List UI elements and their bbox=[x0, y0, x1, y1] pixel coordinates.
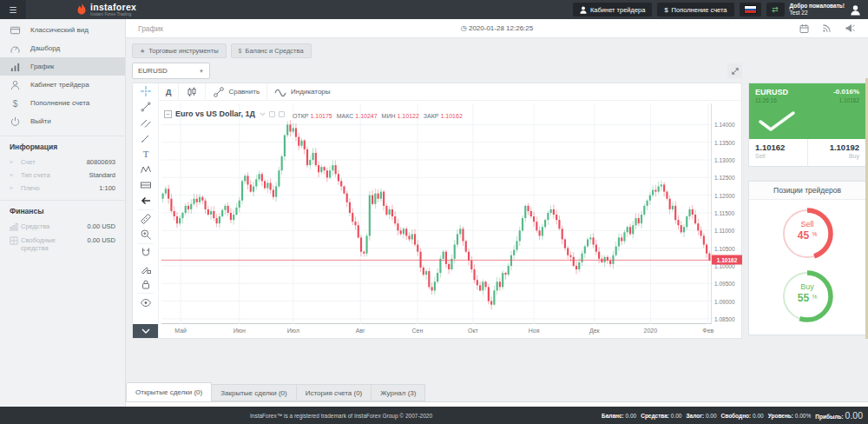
time-tick-label: Дек bbox=[589, 328, 600, 334]
exchange-button[interactable]: ⇄ bbox=[766, 3, 785, 17]
time-tick-label: Авг bbox=[356, 328, 365, 334]
time-tick-label: 2020 bbox=[644, 328, 658, 334]
main-topbar: График ◷ 2020-01-28 12:26:25 bbox=[126, 19, 868, 38]
copyright-text: InstaForex™ is a registered trademark of… bbox=[250, 413, 432, 419]
chevron-down-icon: ▼ bbox=[199, 69, 204, 74]
arrow-tool-tool-button[interactable] bbox=[133, 193, 158, 209]
price-axis[interactable]: 1.140001.135001.130001.125001.120001.115… bbox=[711, 103, 742, 324]
legend-toggle-icon[interactable] bbox=[269, 111, 275, 117]
bottom-tab[interactable]: Закрытые сделки (0) bbox=[212, 384, 297, 401]
quote-header[interactable]: EURUSD 11:26:16 -0.016% 1.10162 bbox=[749, 83, 865, 139]
bottom-tabs: Открытые сделки (0)Закрытые сделки (0)Ис… bbox=[126, 382, 425, 401]
bottom-tab[interactable]: Открытые сделки (0) bbox=[126, 382, 212, 401]
sell-gauge: Sell 45 % bbox=[779, 205, 836, 262]
footer-stat: Средства: 0.00 bbox=[641, 413, 681, 419]
deposit-button[interactable]: $ Пополнение счета bbox=[657, 3, 733, 17]
menu-toggle-button[interactable]: ☰ bbox=[0, 0, 26, 19]
candles-icon bbox=[186, 86, 198, 98]
language-flag-button[interactable] bbox=[740, 3, 761, 17]
avatar[interactable] bbox=[850, 4, 861, 16]
forecast-tool-button[interactable] bbox=[133, 177, 158, 193]
chart-style-button[interactable] bbox=[179, 83, 206, 100]
finance-title: Финансы bbox=[10, 207, 115, 215]
server-datetime: ◷ 2020-01-28 12:26:25 bbox=[126, 24, 868, 32]
crosshair-tool-button[interactable] bbox=[133, 83, 158, 99]
gauge-percent: 45 % bbox=[779, 229, 836, 242]
time-tick-label: Фев bbox=[702, 328, 713, 334]
indicators-button[interactable]: Индикаторы bbox=[267, 83, 337, 100]
sidebar-item-label: Выйти bbox=[30, 117, 51, 125]
last-price-tag: 1.10162 bbox=[712, 255, 742, 265]
symbol-select[interactable]: EURUSD ▼ bbox=[132, 63, 210, 79]
brand-logo[interactable]: instaforex Instant Forex Trading bbox=[76, 3, 136, 17]
trader-cabinet-button[interactable]: Кабинет трейдера bbox=[573, 3, 652, 17]
drawing-lock-tool-button[interactable] bbox=[133, 261, 158, 276]
info-section: Информация »Счет80800693»Тип счетаStanda… bbox=[0, 136, 125, 195]
interval-button[interactable]: Д bbox=[159, 83, 179, 100]
text-tool-icon: T bbox=[140, 148, 152, 160]
sidebar-item-label: Пополнение счета bbox=[30, 99, 89, 107]
row-value: Standard bbox=[89, 171, 115, 179]
sidebar-item[interactable]: $Пополнение счета bbox=[0, 94, 125, 112]
bottom-tab[interactable]: Журнал (3) bbox=[372, 384, 425, 401]
price-tick-label: 1.12500 bbox=[714, 175, 735, 181]
zoom-in-tool-button[interactable] bbox=[133, 227, 158, 242]
buy-button[interactable]: 1.10192 Buy bbox=[808, 139, 866, 166]
ruler-tool-button[interactable] bbox=[133, 211, 158, 227]
bars-icon bbox=[10, 222, 21, 231]
ohlc-label: ЗАКР bbox=[424, 113, 439, 119]
lock-icon bbox=[140, 278, 152, 290]
row-label: Плечо bbox=[21, 184, 99, 192]
sidebar-item[interactable]: Кабинет трейдера bbox=[0, 76, 125, 94]
lock-tool-button[interactable] bbox=[133, 276, 158, 292]
quote-card: EURUSD 11:26:16 -0.016% 1.10162 1.10162 … bbox=[748, 83, 866, 167]
sell-button[interactable]: 1.10162 Sell bbox=[749, 139, 808, 166]
ohlc-label: ОТКР bbox=[293, 113, 308, 119]
calendar-icon[interactable] bbox=[799, 23, 809, 34]
sidebar-item[interactable]: Выйти bbox=[0, 112, 125, 130]
chevron-down-icon bbox=[141, 328, 151, 335]
time-tick-label: Июн bbox=[233, 328, 246, 334]
power-icon bbox=[10, 116, 21, 127]
collapse-toolbar-button[interactable] bbox=[133, 324, 158, 338]
brush-tool-button[interactable] bbox=[133, 130, 158, 146]
bottom-tab[interactable]: История счета (0) bbox=[297, 384, 372, 401]
megaphone-icon[interactable] bbox=[845, 23, 855, 34]
collapse-legend-icon[interactable] bbox=[164, 110, 172, 118]
account-info-row: »Тип счетаStandard bbox=[10, 169, 115, 182]
trendline-icon bbox=[140, 101, 152, 113]
quote-change: -0.016% bbox=[833, 88, 859, 96]
expand-icon bbox=[731, 67, 740, 76]
balance-funds-button[interactable]: $ Баланс и Средства bbox=[231, 43, 312, 58]
drawing-toolbar: T bbox=[133, 83, 159, 338]
price-tick-label: 1.13000 bbox=[714, 157, 735, 163]
sidebar-item[interactable]: График bbox=[0, 57, 125, 76]
ohlc-label: МАКС bbox=[337, 113, 354, 119]
time-tick-label: Сен bbox=[412, 328, 424, 334]
sidebar-item[interactable]: Дашборд bbox=[0, 39, 125, 57]
legend-caret-icon[interactable] bbox=[260, 112, 266, 116]
compare-button[interactable]: Сравнить bbox=[206, 83, 267, 100]
pattern-tool-button[interactable] bbox=[133, 162, 158, 177]
candlestick-plot[interactable] bbox=[161, 103, 711, 324]
trendline-tool-button[interactable] bbox=[133, 99, 158, 115]
svg-text:T: T bbox=[142, 149, 148, 159]
fullscreen-button[interactable] bbox=[727, 63, 742, 78]
time-axis[interactable]: МайИюнИюлАвгСенОктНояДек2020Фев bbox=[161, 326, 711, 337]
ohlc-value: 1.10122 bbox=[398, 113, 419, 119]
dollar-icon: $ bbox=[10, 98, 21, 109]
account-info-row: »Счет80800693 bbox=[10, 156, 115, 169]
account-info-row: »Плечо1:100 bbox=[10, 182, 115, 195]
sidebar-item[interactable]: Классический вид bbox=[0, 21, 125, 39]
price-tick-label: 1.09000 bbox=[714, 298, 735, 304]
trading-instruments-button[interactable]: ★ Торговые инструменты bbox=[132, 43, 227, 58]
text-tool-tool-button[interactable]: T bbox=[133, 146, 158, 162]
eye-tool-button[interactable] bbox=[133, 295, 158, 310]
magnet-tool-button[interactable] bbox=[133, 245, 158, 261]
chart-legend: Euro vs US Dollar, 1Д ОТКР1.10175МАКС1.1… bbox=[164, 106, 463, 122]
channels-tool-button[interactable] bbox=[133, 115, 158, 130]
rss-icon[interactable] bbox=[822, 23, 832, 34]
row-label: Средства bbox=[21, 222, 87, 230]
legend-settings-icon[interactable] bbox=[279, 111, 285, 117]
price-tick-label: 1.08500 bbox=[714, 315, 735, 321]
